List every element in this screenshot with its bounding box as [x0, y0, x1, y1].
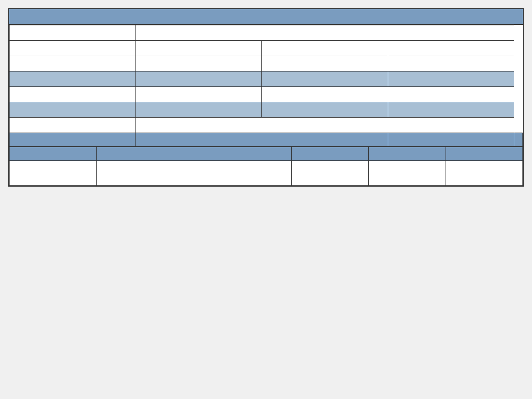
total-gross-weight-label — [10, 118, 136, 133]
unit-price-1[interactable] — [369, 161, 446, 186]
quantity-1[interactable] — [292, 161, 369, 186]
destination-label — [10, 56, 136, 71]
description-1[interactable] — [96, 161, 291, 186]
product-no-1[interactable] — [10, 161, 97, 186]
shipment-date-label — [262, 56, 388, 71]
currency-row — [10, 71, 523, 87]
destination-value[interactable] — [135, 56, 262, 71]
shipment-date-value[interactable] — [388, 56, 514, 71]
col-unit-price — [514, 133, 523, 147]
number-packages-label — [10, 102, 136, 118]
exporter-contact-value[interactable] — [135, 41, 262, 56]
col-unit-price-header — [369, 147, 446, 161]
currency-label — [10, 71, 136, 87]
exporter-contact-label — [10, 41, 136, 56]
product-table — [9, 147, 523, 186]
shipment-method-value[interactable] — [388, 87, 514, 102]
form-table — [9, 25, 523, 147]
tax-duty-value[interactable] — [135, 87, 262, 102]
total-gross-weight-value[interactable] — [135, 118, 514, 133]
table-header-row — [10, 133, 523, 147]
gross-weight-row — [10, 118, 523, 133]
tax-duty-label — [10, 87, 136, 102]
total-net-weight-label — [262, 102, 388, 118]
col-product-no-header — [10, 147, 97, 161]
ultimate-consignee-value[interactable] — [388, 41, 514, 56]
col-total-price-header — [446, 147, 522, 161]
col-quantity-header — [292, 147, 369, 161]
col-product-no — [10, 133, 136, 147]
exporter-name-label — [10, 25, 136, 41]
col-description — [135, 133, 388, 147]
total-price-1[interactable] — [446, 161, 522, 186]
total-net-weight-value[interactable] — [388, 102, 514, 118]
destination-row — [10, 56, 523, 71]
packages-row — [10, 102, 523, 118]
exporter-contact-row — [10, 41, 523, 56]
currency-value[interactable] — [135, 71, 262, 87]
col-quantity — [388, 133, 514, 147]
col-description-header — [96, 147, 291, 161]
ultimate-consignee-label — [262, 41, 388, 56]
number-packages-value[interactable] — [135, 102, 262, 118]
product-row-1 — [10, 161, 523, 186]
freight-label — [262, 71, 388, 87]
invoice-container — [8, 8, 524, 187]
invoice-header — [9, 9, 523, 25]
tax-row — [10, 87, 523, 102]
product-header-row — [10, 147, 523, 161]
exporter-name-value[interactable] — [135, 25, 514, 41]
exporter-name-row — [10, 25, 523, 41]
shipment-method-label — [262, 87, 388, 102]
freight-value[interactable] — [388, 71, 514, 87]
